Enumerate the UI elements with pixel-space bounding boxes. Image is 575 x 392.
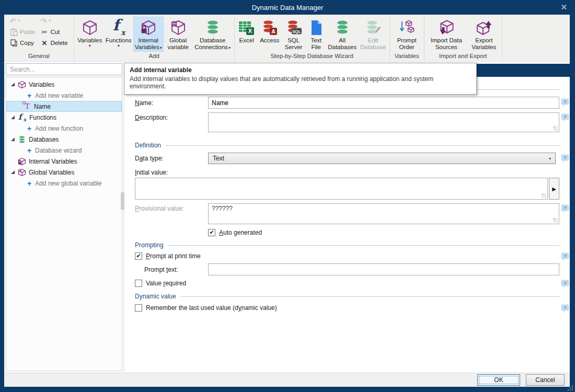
help-icon[interactable]: ? <box>561 98 569 107</box>
plus-icon: + <box>26 92 32 99</box>
remember-checkbox[interactable]: ✔ Remember the last used value (dynamic … <box>135 304 277 312</box>
search-input[interactable] <box>6 63 122 75</box>
export-variables-button[interactable]: Export Variables <box>468 17 500 52</box>
text-file-icon <box>308 19 325 36</box>
cancel-button[interactable]: Cancel <box>526 374 565 386</box>
value-required-checkbox[interactable]: ✔ Value required <box>135 280 186 287</box>
tree-item-name[interactable]: ⚙ T Name <box>6 101 122 112</box>
expander-icon[interactable] <box>10 115 15 120</box>
data-type-select[interactable]: Text ▾ <box>208 153 556 164</box>
tree: Variables + Add new variable ⚙ T Name <box>6 77 122 371</box>
prompt-at-print-checkbox[interactable]: ✔ Prompt at print time <box>135 252 201 260</box>
functions-button[interactable]: fx Functions ▾ <box>105 17 132 49</box>
initial-value-input[interactable] <box>135 178 548 200</box>
main-panel: Add internal variable Add internal varia… <box>124 62 570 373</box>
dynamic-data-manager-window: Dynamic Data Manager ✕ ↶ ▾ ↷ ▾ <box>0 0 575 392</box>
tree-item-databases[interactable]: Databases <box>6 134 122 145</box>
help-icon[interactable]: ? <box>561 280 569 288</box>
import-data-sources-button[interactable]: Import Data Sources <box>426 17 467 52</box>
delete-label: Delete <box>50 40 67 46</box>
prompt-text-input[interactable] <box>208 263 559 275</box>
copy-button[interactable]: Copy <box>10 38 35 48</box>
provisional-value-input[interactable]: ?????? <box>208 203 559 224</box>
name-input[interactable] <box>208 97 559 109</box>
excel-button[interactable]: X Excel <box>236 17 257 45</box>
delete-button[interactable]: ✕ Delete <box>40 38 67 48</box>
prompt-text-label: Prompt text: <box>144 266 208 273</box>
global-variable-button[interactable]: Global variable <box>165 17 192 52</box>
expander-icon[interactable] <box>10 137 15 142</box>
database-icon <box>18 135 26 144</box>
name-row: Name: ? <box>135 97 570 109</box>
prompt-order-label: Prompt Order <box>395 37 419 51</box>
help-icon[interactable]: ? <box>561 204 569 213</box>
expander-icon[interactable] <box>10 82 15 87</box>
sql-server-button[interactable]: SQL SQL Server <box>282 17 305 52</box>
remember-label: Remember the last used value (dynamic va… <box>146 304 277 312</box>
group-label-wizard: Step-by-Step Database Wizard <box>236 53 388 61</box>
auto-generated-checkbox[interactable]: ✔ Auto generated <box>208 229 570 236</box>
tree-item-variables[interactable]: Variables <box>6 79 122 90</box>
tree-label: Internal Variables <box>29 158 77 165</box>
sidebar-scrollbar-thumb[interactable] <box>121 192 124 210</box>
svg-text:SQL: SQL <box>292 29 301 34</box>
data-type-row: Data type: Text ▾ ? <box>135 153 570 164</box>
tooltip-body: Add internal variables to display values… <box>130 75 471 90</box>
titlebar: Dynamic Data Manager ✕ <box>0 0 575 15</box>
svg-text:?: ? <box>564 305 567 310</box>
delete-icon: ✕ <box>40 39 48 47</box>
text-file-button[interactable]: Text File <box>306 17 326 52</box>
tree-item-internal-variables[interactable]: Internal Variables <box>6 156 122 167</box>
section-prompting: Prompting <box>135 241 570 249</box>
functions-fx-icon: fx <box>110 19 127 36</box>
checkbox-box: ✔ <box>208 229 215 236</box>
tree-item-add-new-function[interactable]: + Add new function <box>6 123 122 134</box>
tooltip-title: Add internal variable <box>130 66 471 74</box>
help-icon[interactable]: ? <box>561 304 569 313</box>
value-required-row: ✔ Value required ? <box>135 280 570 287</box>
footer: OK Cancel <box>4 373 570 387</box>
access-button[interactable]: A Access <box>258 17 281 45</box>
group-label-general: General <box>6 53 72 61</box>
help-icon[interactable]: ? <box>561 252 569 261</box>
expander-icon[interactable] <box>10 170 15 175</box>
checkbox-box: ✔ <box>135 304 142 312</box>
dropdown-arrow-icon: ▾ <box>549 156 551 161</box>
import-data-sources-icon <box>438 19 455 36</box>
tree-item-database-wizard[interactable]: + Database wizard <box>6 145 122 156</box>
ribbon-group-wizard: X Excel A Access SQL SQL Se <box>235 15 390 61</box>
internal-variables-caret-icon: ▾ <box>160 45 162 50</box>
ribbon-group-add: Variables ▾ fx Functions ▾ <box>74 15 235 61</box>
group-label-variables: Variables <box>392 53 422 61</box>
tree-label: Add new function <box>35 125 83 132</box>
cut-button[interactable]: ✂ Cut <box>40 27 67 37</box>
help-icon[interactable]: ? <box>561 113 569 122</box>
global-variable-icon <box>170 19 187 36</box>
resize-grip[interactable] <box>572 389 573 390</box>
initial-value-label: Initial value: <box>135 169 570 176</box>
internal-variables-button[interactable]: Internal Variables▾ <box>133 17 164 52</box>
tree-label: Variables <box>29 81 54 88</box>
description-input[interactable] <box>208 112 559 132</box>
plus-icon: + <box>26 147 32 154</box>
fx-icon: fx <box>18 113 27 122</box>
excel-icon: X <box>238 19 255 36</box>
prompt-order-button[interactable]: Prompt Order <box>393 17 420 52</box>
data-type-value: Text <box>213 155 224 162</box>
tree-item-add-new-global-variable[interactable]: + Add new global variable <box>6 178 122 189</box>
variables-button[interactable]: Variables ▾ <box>76 17 104 49</box>
help-icon[interactable]: ? <box>561 154 569 163</box>
play-icon: ▶ <box>552 186 556 192</box>
tree-item-global-variables[interactable]: Global Variables <box>6 167 122 178</box>
cut-label: Cut <box>50 29 60 35</box>
database-connections-label: Database Connections▾ <box>194 37 231 51</box>
tree-item-functions[interactable]: fx Functions <box>6 112 122 123</box>
initial-value-picker-button[interactable]: ▶ <box>549 178 559 200</box>
database-connections-button[interactable]: Database Connections▾ <box>193 17 233 52</box>
tree-item-add-new-variable[interactable]: + Add new variable <box>6 90 122 101</box>
database-connections-caret-icon: ▾ <box>228 45 231 50</box>
ok-button[interactable]: OK <box>477 374 520 386</box>
remember-row: ✔ Remember the last used value (dynamic … <box>135 304 570 312</box>
all-databases-button[interactable]: All Databases <box>327 17 358 52</box>
close-icon[interactable]: ✕ <box>560 3 567 11</box>
